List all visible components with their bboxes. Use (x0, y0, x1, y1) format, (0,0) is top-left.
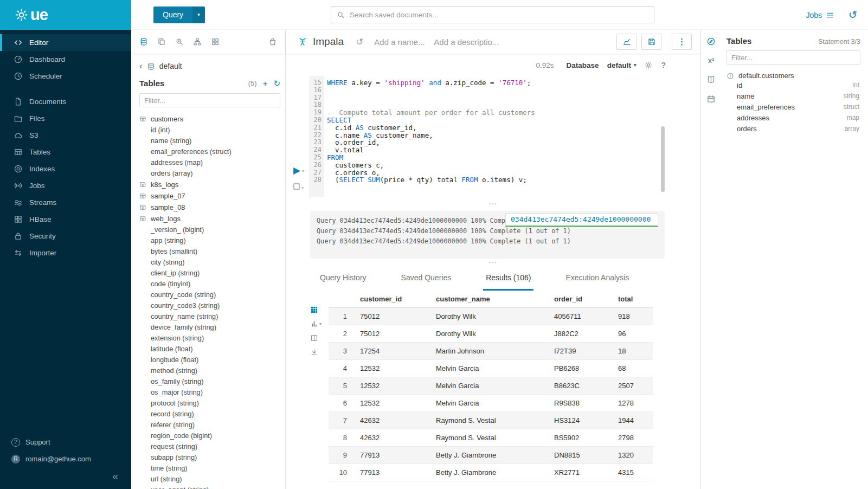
query-dropdown-caret[interactable]: ▾ (192, 7, 205, 23)
result-row[interactable]: 842632Raymond S. VestalBS59022798 (329, 429, 653, 447)
sidebar-item-importer[interactable]: Importer (0, 244, 131, 261)
column-item[interactable]: url (string) (139, 474, 280, 485)
assistant-icon[interactable] (706, 37, 716, 46)
column-item[interactable]: addresses (map) (139, 157, 280, 168)
column-item[interactable]: extension (string) (139, 333, 280, 344)
jobs-link[interactable]: Jobs (806, 11, 835, 20)
tab-execution-analysis[interactable]: Execution Analysis (563, 273, 632, 291)
column-item[interactable]: email_preferences (struct) (139, 146, 280, 157)
column-item[interactable]: name (string) (139, 136, 280, 146)
table-item-sample-07[interactable]: sample_07 (139, 190, 280, 202)
column-item-addresses[interactable]: addressesmap (726, 112, 860, 123)
column-item[interactable]: country_name (string) (139, 311, 280, 322)
sidebar-item-scheduler[interactable]: Scheduler (0, 68, 131, 85)
table-item-sample-08[interactable]: sample_08 (139, 202, 280, 213)
editor-settings-button[interactable] (644, 61, 653, 69)
user-account[interactable]: R romain@gethue.com (0, 451, 131, 467)
table-item-customers[interactable]: customers (139, 113, 280, 125)
column-item[interactable]: region_code (bigint) (139, 430, 280, 441)
search-plus-icon[interactable] (175, 37, 184, 46)
sidebar-item-editor[interactable]: Editor (0, 34, 131, 51)
save-button[interactable] (641, 34, 661, 50)
column-item[interactable]: id (int) (139, 125, 280, 136)
history-button[interactable]: ↺ (848, 10, 857, 20)
result-row[interactable]: 275012Dorothy WilkJ882C296 (329, 325, 653, 343)
column-item[interactable]: client_ip (string) (139, 268, 280, 279)
column-header[interactable]: customer_id (353, 291, 429, 308)
schedule-icon[interactable] (706, 94, 716, 104)
sidebar-item-tables[interactable]: Tables (0, 144, 131, 160)
chart-view-button[interactable]: ▾ (310, 320, 322, 328)
column-item[interactable]: country_code3 (string) (139, 300, 280, 311)
result-row[interactable]: 175012Dorothy Wilk4056711918 (329, 308, 653, 325)
table-item-web-logs[interactable]: web_logs (139, 213, 280, 224)
sidebar-item-security[interactable]: Security (0, 228, 131, 244)
column-item[interactable]: orders (array) (139, 168, 280, 179)
column-item-orders[interactable]: ordersarray (726, 123, 860, 134)
column-item-email-preferences[interactable]: email_preferencesstruct (726, 101, 860, 112)
grid-view-button[interactable] (310, 306, 318, 314)
result-row[interactable]: 977913Betty J. GiambroneDN88151320 (329, 447, 653, 464)
column-header[interactable]: total (612, 291, 653, 308)
databases-source-icon[interactable] (139, 37, 148, 46)
result-row[interactable]: 612532Melvin GarciaR9S8381278 (329, 395, 653, 412)
sidebar-item-dashboard[interactable]: Dashboard (0, 51, 131, 68)
tab-query-history[interactable]: Query History (317, 273, 369, 291)
help-button[interactable]: ? (661, 61, 666, 69)
sitemap-icon[interactable] (193, 37, 202, 46)
column-item[interactable]: city (string) (139, 257, 280, 268)
column-item-name[interactable]: namestring (726, 91, 860, 101)
sidebar-item-documents[interactable]: Documents (0, 93, 131, 110)
tab-saved-queries[interactable]: Saved Queries (398, 273, 454, 291)
column-item-id[interactable]: idint (726, 80, 860, 91)
column-item[interactable]: user_agent (string) (139, 485, 280, 489)
more-actions-button[interactable]: ⋮ (672, 34, 692, 50)
column-item[interactable]: subapp (string) (139, 452, 280, 463)
column-item[interactable]: time (string) (139, 463, 280, 474)
result-row[interactable]: 742632Raymond S. VestalHS31241944 (329, 412, 653, 429)
sidebar-collapse-button[interactable]: « (112, 471, 118, 481)
new-query-button[interactable]: Query ▾ (153, 7, 205, 23)
editor-resize-handle[interactable]: ⋯ (286, 197, 700, 211)
code-scrollbar[interactable] (661, 126, 665, 192)
sidebar-item-hbase[interactable]: HBase (0, 211, 131, 228)
log-resize-handle[interactable]: ⋯ (286, 259, 700, 266)
query-name-input[interactable] (374, 37, 426, 47)
functions-icon[interactable]: x² (708, 56, 715, 65)
table-item-k8s-logs[interactable]: k8s_logs (139, 179, 280, 190)
apps-grid-icon[interactable] (211, 37, 220, 46)
search-input[interactable] (350, 11, 648, 19)
result-row[interactable]: 512532Melvin GarciaB8623C2507 (329, 377, 653, 395)
sidebar-item-indexes[interactable]: Indexes (0, 160, 131, 177)
bag-icon[interactable] (268, 37, 277, 46)
right-assist-filter-input[interactable] (726, 50, 860, 65)
column-item[interactable]: device_family (string) (139, 322, 280, 333)
column-header[interactable]: order_id (548, 291, 612, 308)
column-item[interactable]: latitude (float) (139, 344, 280, 355)
sidebar-item-jobs[interactable]: Jobs (0, 177, 131, 194)
column-header[interactable]: customer_name (429, 291, 548, 308)
column-item[interactable]: method (string) (139, 365, 280, 376)
download-button[interactable] (310, 348, 318, 356)
column-item[interactable]: os_major (string) (139, 387, 280, 398)
chart-button[interactable] (616, 34, 636, 50)
column-item[interactable]: referer (string) (139, 420, 280, 430)
query-description-input[interactable] (434, 37, 503, 47)
refresh-tables-button[interactable]: ↻ (273, 79, 280, 87)
hue-logo[interactable]: ue (0, 0, 131, 30)
column-item[interactable]: os_family (string) (139, 376, 280, 387)
column-item[interactable]: longitude (float) (139, 355, 280, 365)
database-select[interactable]: default ▾ (607, 61, 636, 69)
column-item[interactable]: protocol (string) (139, 398, 280, 409)
query-history-icon[interactable]: ↺ (356, 36, 363, 48)
tab-results-106[interactable]: Results (106) (483, 273, 533, 291)
back-chevron-icon[interactable]: ‹ (139, 62, 143, 70)
code-lines[interactable]: WHERE a.key = 'shipping' and a.zip_code … (324, 76, 700, 197)
result-row[interactable]: 1077913Betty J. GiambroneXR27714315 (329, 464, 653, 481)
documents-source-icon[interactable] (157, 37, 166, 46)
column-item[interactable]: app (string) (139, 235, 280, 246)
column-item[interactable]: country_code (string) (139, 289, 280, 300)
code-editor[interactable]: 1516171819202122232425262728 WHERE a.key… (286, 76, 700, 197)
active-table-row[interactable]: default.customers (726, 72, 860, 80)
add-table-button[interactable]: + (263, 79, 268, 87)
